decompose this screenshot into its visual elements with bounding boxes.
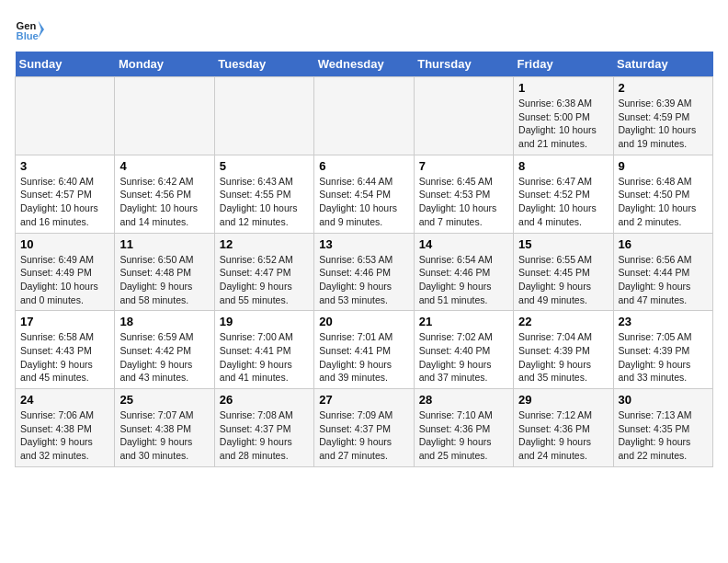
calendar-day-cell: 20Sunrise: 7:01 AM Sunset: 4:41 PM Dayli… xyxy=(314,311,414,389)
day-info: Sunrise: 7:02 AM Sunset: 4:40 PM Dayligh… xyxy=(419,330,508,385)
day-number: 23 xyxy=(619,315,708,328)
day-number: 7 xyxy=(419,159,508,173)
logo: Gen Blue xyxy=(15,15,48,44)
calendar-week-row: 1Sunrise: 6:38 AM Sunset: 5:00 PM Daylig… xyxy=(16,77,713,155)
calendar-day-cell: 17Sunrise: 6:58 AM Sunset: 4:43 PM Dayli… xyxy=(16,311,115,389)
calendar-day-cell: 29Sunrise: 7:12 AM Sunset: 4:36 PM Dayli… xyxy=(514,389,613,467)
day-info: Sunrise: 7:13 AM Sunset: 4:35 PM Dayligh… xyxy=(619,408,708,463)
calendar-day-cell: 23Sunrise: 7:05 AM Sunset: 4:39 PM Dayli… xyxy=(613,311,712,389)
calendar-day-cell: 14Sunrise: 6:54 AM Sunset: 4:46 PM Dayli… xyxy=(414,233,513,311)
calendar-day-cell: 24Sunrise: 7:06 AM Sunset: 4:38 PM Dayli… xyxy=(16,389,115,467)
calendar-day-cell: 27Sunrise: 7:09 AM Sunset: 4:37 PM Dayli… xyxy=(314,389,414,467)
calendar-day-cell: 11Sunrise: 6:50 AM Sunset: 4:48 PM Dayli… xyxy=(115,233,214,311)
calendar-day-cell: 25Sunrise: 7:07 AM Sunset: 4:38 PM Dayli… xyxy=(115,389,214,467)
day-info: Sunrise: 7:04 AM Sunset: 4:39 PM Dayligh… xyxy=(518,330,608,385)
calendar-week-row: 17Sunrise: 6:58 AM Sunset: 4:43 PM Dayli… xyxy=(16,311,713,389)
day-number: 29 xyxy=(518,393,608,407)
calendar-day-cell: 10Sunrise: 6:49 AM Sunset: 4:49 PM Dayli… xyxy=(16,233,115,311)
day-info: Sunrise: 6:44 AM Sunset: 4:54 PM Dayligh… xyxy=(319,175,408,229)
day-number: 19 xyxy=(220,315,309,328)
day-info: Sunrise: 6:47 AM Sunset: 4:52 PM Dayligh… xyxy=(518,175,608,229)
calendar-day-cell: 30Sunrise: 7:13 AM Sunset: 4:35 PM Dayli… xyxy=(613,389,712,467)
day-info: Sunrise: 6:49 AM Sunset: 4:49 PM Dayligh… xyxy=(20,253,109,307)
page-header: Gen Blue xyxy=(15,15,713,44)
calendar-day-cell: 7Sunrise: 6:45 AM Sunset: 4:53 PM Daylig… xyxy=(414,155,513,233)
day-info: Sunrise: 6:50 AM Sunset: 4:48 PM Dayligh… xyxy=(119,253,209,307)
calendar-day-cell: 18Sunrise: 6:59 AM Sunset: 4:42 PM Dayli… xyxy=(115,311,214,389)
calendar-day-cell: 15Sunrise: 6:55 AM Sunset: 4:45 PM Dayli… xyxy=(514,233,613,311)
day-number: 1 xyxy=(518,81,608,95)
calendar-week-row: 3Sunrise: 6:40 AM Sunset: 4:57 PM Daylig… xyxy=(16,155,713,233)
day-number: 10 xyxy=(20,237,109,251)
calendar-week-row: 24Sunrise: 7:06 AM Sunset: 4:38 PM Dayli… xyxy=(16,389,713,467)
day-number: 12 xyxy=(220,237,309,251)
day-number: 9 xyxy=(619,159,708,173)
svg-text:Blue: Blue xyxy=(17,30,39,41)
calendar-day-cell: 2Sunrise: 6:39 AM Sunset: 4:59 PM Daylig… xyxy=(613,77,712,155)
calendar-day-cell: 22Sunrise: 7:04 AM Sunset: 4:39 PM Dayli… xyxy=(514,311,613,389)
day-info: Sunrise: 6:42 AM Sunset: 4:56 PM Dayligh… xyxy=(119,175,209,229)
day-info: Sunrise: 7:01 AM Sunset: 4:41 PM Dayligh… xyxy=(319,330,408,385)
weekday-header: Friday xyxy=(514,52,613,77)
day-number: 26 xyxy=(220,393,309,407)
day-number: 21 xyxy=(419,315,508,328)
day-info: Sunrise: 7:05 AM Sunset: 4:39 PM Dayligh… xyxy=(619,330,708,385)
day-number: 8 xyxy=(518,159,608,173)
calendar-day-cell: 19Sunrise: 7:00 AM Sunset: 4:41 PM Dayli… xyxy=(214,311,313,389)
calendar-day-cell: 13Sunrise: 6:53 AM Sunset: 4:46 PM Dayli… xyxy=(314,233,414,311)
day-number: 20 xyxy=(319,315,408,328)
calendar-day-cell: 26Sunrise: 7:08 AM Sunset: 4:37 PM Dayli… xyxy=(214,389,313,467)
day-info: Sunrise: 6:45 AM Sunset: 4:53 PM Dayligh… xyxy=(419,175,508,229)
day-number: 11 xyxy=(119,237,209,251)
calendar-day-cell xyxy=(314,77,414,155)
weekday-header: Wednesday xyxy=(314,52,414,77)
day-number: 13 xyxy=(319,237,408,251)
calendar-day-cell: 1Sunrise: 6:38 AM Sunset: 5:00 PM Daylig… xyxy=(514,77,613,155)
day-number: 3 xyxy=(20,159,109,173)
calendar-day-cell xyxy=(16,77,115,155)
day-info: Sunrise: 7:12 AM Sunset: 4:36 PM Dayligh… xyxy=(518,408,608,463)
day-number: 25 xyxy=(119,393,209,407)
day-number: 4 xyxy=(119,159,209,173)
calendar-day-cell: 28Sunrise: 7:10 AM Sunset: 4:36 PM Dayli… xyxy=(414,389,513,467)
day-info: Sunrise: 6:48 AM Sunset: 4:50 PM Dayligh… xyxy=(619,175,708,229)
day-info: Sunrise: 6:43 AM Sunset: 4:55 PM Dayligh… xyxy=(220,175,309,229)
svg-text:Gen: Gen xyxy=(17,20,37,31)
weekday-header: Thursday xyxy=(414,52,513,77)
logo-icon: Gen Blue xyxy=(15,15,44,44)
calendar-day-cell: 21Sunrise: 7:02 AM Sunset: 4:40 PM Dayli… xyxy=(414,311,513,389)
day-number: 14 xyxy=(419,237,508,251)
day-number: 24 xyxy=(20,393,109,407)
day-info: Sunrise: 7:08 AM Sunset: 4:37 PM Dayligh… xyxy=(220,408,309,463)
calendar-day-cell: 3Sunrise: 6:40 AM Sunset: 4:57 PM Daylig… xyxy=(16,155,115,233)
day-info: Sunrise: 6:55 AM Sunset: 4:45 PM Dayligh… xyxy=(518,253,608,307)
day-number: 27 xyxy=(319,393,408,407)
day-info: Sunrise: 6:58 AM Sunset: 4:43 PM Dayligh… xyxy=(20,330,109,385)
day-number: 18 xyxy=(119,315,209,328)
day-number: 22 xyxy=(518,315,608,328)
day-info: Sunrise: 7:10 AM Sunset: 4:36 PM Dayligh… xyxy=(419,408,508,463)
day-number: 28 xyxy=(419,393,508,407)
weekday-header: Saturday xyxy=(613,52,712,77)
day-number: 17 xyxy=(20,315,109,328)
day-info: Sunrise: 7:00 AM Sunset: 4:41 PM Dayligh… xyxy=(220,330,309,385)
day-number: 2 xyxy=(619,81,708,95)
calendar-day-cell: 12Sunrise: 6:52 AM Sunset: 4:47 PM Dayli… xyxy=(214,233,313,311)
svg-marker-2 xyxy=(39,20,44,38)
day-info: Sunrise: 7:07 AM Sunset: 4:38 PM Dayligh… xyxy=(119,408,209,463)
day-info: Sunrise: 6:52 AM Sunset: 4:47 PM Dayligh… xyxy=(220,253,309,307)
day-info: Sunrise: 7:06 AM Sunset: 4:38 PM Dayligh… xyxy=(20,408,109,463)
weekday-header: Tuesday xyxy=(214,52,313,77)
day-info: Sunrise: 7:09 AM Sunset: 4:37 PM Dayligh… xyxy=(319,408,408,463)
day-info: Sunrise: 6:40 AM Sunset: 4:57 PM Dayligh… xyxy=(20,175,109,229)
calendar-table: SundayMondayTuesdayWednesdayThursdayFrid… xyxy=(15,52,713,467)
calendar-day-cell: 4Sunrise: 6:42 AM Sunset: 4:56 PM Daylig… xyxy=(115,155,214,233)
calendar-week-row: 10Sunrise: 6:49 AM Sunset: 4:49 PM Dayli… xyxy=(16,233,713,311)
day-number: 16 xyxy=(619,237,708,251)
day-number: 5 xyxy=(220,159,309,173)
calendar-day-cell xyxy=(414,77,513,155)
day-info: Sunrise: 6:53 AM Sunset: 4:46 PM Dayligh… xyxy=(319,253,408,307)
calendar-day-cell: 9Sunrise: 6:48 AM Sunset: 4:50 PM Daylig… xyxy=(613,155,712,233)
day-info: Sunrise: 6:39 AM Sunset: 4:59 PM Dayligh… xyxy=(619,97,708,151)
day-info: Sunrise: 6:54 AM Sunset: 4:46 PM Dayligh… xyxy=(419,253,508,307)
